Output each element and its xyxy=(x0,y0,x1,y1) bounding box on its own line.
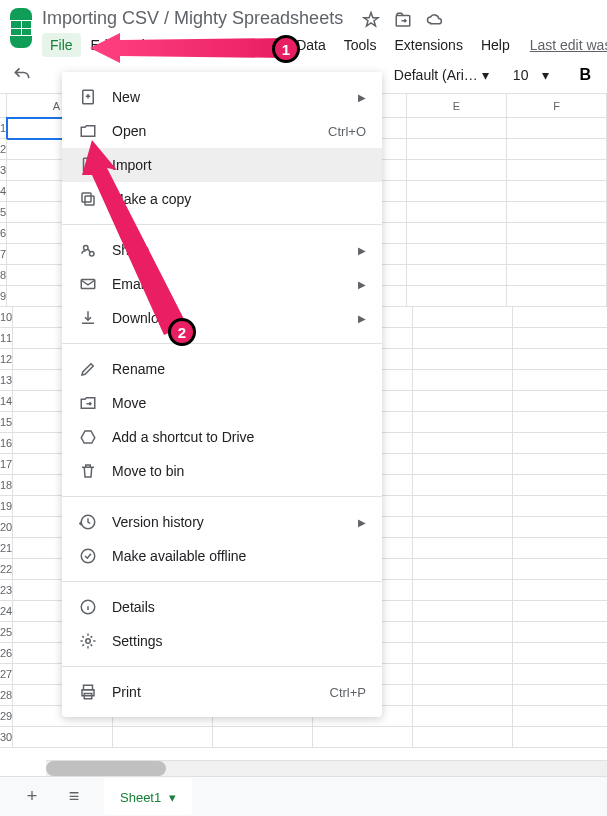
cell[interactable] xyxy=(513,349,607,370)
cell[interactable] xyxy=(413,601,513,622)
menu-insert[interactable]: Insert xyxy=(173,33,224,57)
cell[interactable] xyxy=(513,727,607,748)
cell[interactable] xyxy=(513,685,607,706)
cell[interactable] xyxy=(513,664,607,685)
cell[interactable] xyxy=(513,559,607,580)
row-header[interactable]: 3 xyxy=(0,160,7,181)
cell[interactable] xyxy=(507,244,607,265)
cell[interactable] xyxy=(507,160,607,181)
cell[interactable] xyxy=(13,727,113,748)
menu-help[interactable]: Help xyxy=(473,33,518,57)
cell[interactable] xyxy=(513,391,607,412)
col-header[interactable]: E xyxy=(407,94,507,117)
row-header[interactable]: 9 xyxy=(0,286,7,307)
move-folder-icon[interactable] xyxy=(394,11,412,29)
cell[interactable] xyxy=(513,370,607,391)
cell[interactable] xyxy=(513,538,607,559)
row-header[interactable]: 15 xyxy=(0,412,13,433)
menu-item-new[interactable]: New▶ xyxy=(62,80,382,114)
row-header[interactable]: 19 xyxy=(0,496,13,517)
font-size-selector[interactable]: 10 ▾ xyxy=(499,67,564,83)
cell[interactable] xyxy=(513,622,607,643)
row-header[interactable]: 11 xyxy=(0,328,13,349)
menu-item-import[interactable]: Import xyxy=(62,148,382,182)
cell[interactable] xyxy=(513,433,607,454)
cell[interactable] xyxy=(413,685,513,706)
col-header[interactable]: F xyxy=(507,94,607,117)
cell[interactable] xyxy=(513,517,607,538)
row-header[interactable]: 1 xyxy=(0,118,7,139)
cell[interactable] xyxy=(413,706,513,727)
menu-extensions[interactable]: Extensions xyxy=(386,33,470,57)
cell[interactable] xyxy=(513,643,607,664)
row-header[interactable]: 17 xyxy=(0,454,13,475)
star-icon[interactable] xyxy=(362,11,380,29)
cell[interactable] xyxy=(513,328,607,349)
cell[interactable] xyxy=(407,118,507,139)
row-header[interactable]: 12 xyxy=(0,349,13,370)
cell[interactable] xyxy=(407,244,507,265)
all-sheets-button[interactable]: ≡ xyxy=(62,785,86,809)
cell[interactable] xyxy=(113,727,213,748)
row-header[interactable]: 24 xyxy=(0,601,13,622)
row-header[interactable]: 25 xyxy=(0,622,13,643)
row-header[interactable]: 29 xyxy=(0,706,13,727)
menu-item-open[interactable]: OpenCtrl+O xyxy=(62,114,382,148)
cell[interactable] xyxy=(413,391,513,412)
cell[interactable] xyxy=(507,118,607,139)
undo-button[interactable] xyxy=(10,63,34,87)
menu-view[interactable]: View xyxy=(125,33,171,57)
menu-item-details[interactable]: Details xyxy=(62,590,382,624)
cell[interactable] xyxy=(413,370,513,391)
menu-item-add-a-shortcut-to-drive[interactable]: Add a shortcut to Drive xyxy=(62,420,382,454)
cell[interactable] xyxy=(213,727,313,748)
row-header[interactable]: 2 xyxy=(0,139,7,160)
cell[interactable] xyxy=(407,202,507,223)
cell[interactable] xyxy=(513,307,607,328)
cell[interactable] xyxy=(507,139,607,160)
cell[interactable] xyxy=(413,433,513,454)
cell[interactable] xyxy=(413,622,513,643)
row-header[interactable]: 27 xyxy=(0,664,13,685)
menu-file[interactable]: File xyxy=(42,33,81,57)
row-header[interactable]: 20 xyxy=(0,517,13,538)
row-header[interactable]: 22 xyxy=(0,559,13,580)
row-header[interactable]: 14 xyxy=(0,391,13,412)
cell[interactable] xyxy=(413,454,513,475)
cell[interactable] xyxy=(413,727,513,748)
cell[interactable] xyxy=(407,181,507,202)
menu-item-email[interactable]: Email▶ xyxy=(62,267,382,301)
cell[interactable] xyxy=(413,349,513,370)
cell[interactable] xyxy=(413,328,513,349)
row-header[interactable]: 18 xyxy=(0,475,13,496)
row-header[interactable]: 23 xyxy=(0,580,13,601)
chevron-down-icon[interactable]: ▾ xyxy=(169,790,176,805)
cell[interactable] xyxy=(507,181,607,202)
cell[interactable] xyxy=(513,706,607,727)
cell[interactable] xyxy=(413,643,513,664)
add-sheet-button[interactable]: + xyxy=(20,785,44,809)
row-header[interactable]: 28 xyxy=(0,685,13,706)
menu-item-move[interactable]: Move xyxy=(62,386,382,420)
menu-item-make-a-copy[interactable]: Make a copy xyxy=(62,182,382,216)
menu-item-print[interactable]: PrintCtrl+P xyxy=(62,675,382,709)
row-header[interactable]: 26 xyxy=(0,643,13,664)
cell[interactable] xyxy=(507,265,607,286)
cell[interactable] xyxy=(407,223,507,244)
menu-item-settings[interactable]: Settings xyxy=(62,624,382,658)
sheet-tab[interactable]: Sheet1 ▾ xyxy=(104,778,192,815)
cell[interactable] xyxy=(507,202,607,223)
cell[interactable] xyxy=(313,727,413,748)
cell[interactable] xyxy=(413,307,513,328)
font-selector[interactable]: Default (Ari… ▾ xyxy=(394,67,489,83)
cell[interactable] xyxy=(413,496,513,517)
row-header[interactable]: 10 xyxy=(0,307,13,328)
cell[interactable] xyxy=(513,475,607,496)
menu-item-download[interactable]: Download▶ xyxy=(62,301,382,335)
row-header[interactable]: 6 xyxy=(0,223,7,244)
menu-item-make-available-offline[interactable]: Make available offline xyxy=(62,539,382,573)
cell[interactable] xyxy=(507,223,607,244)
menu-edit[interactable]: Edit xyxy=(83,33,123,57)
cell[interactable] xyxy=(413,517,513,538)
cell[interactable] xyxy=(513,412,607,433)
